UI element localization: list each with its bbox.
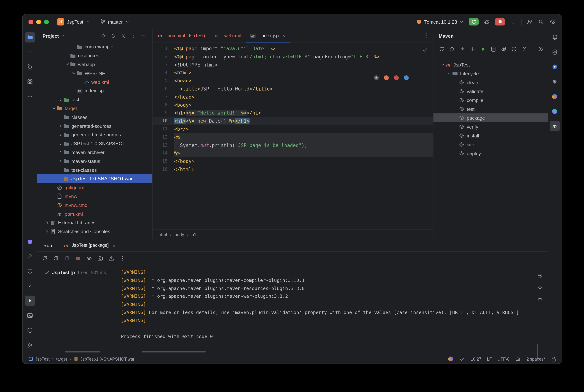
maven-tree-item-compile[interactable]: compile bbox=[433, 96, 548, 104]
run-console[interactable]: [WARNING] [WARNING] * org.apache.maven.p… bbox=[118, 264, 548, 355]
code-line-13[interactable]: 13 System.out.println("JSP page is be lo… bbox=[153, 141, 433, 150]
tree-chevron-icon[interactable] bbox=[58, 123, 63, 129]
run-toolbar-screenshot-icon[interactable] bbox=[97, 254, 104, 262]
tool-button-gradient-1[interactable] bbox=[549, 91, 560, 102]
minimize-window-button[interactable] bbox=[36, 20, 41, 24]
tool-button-commit[interactable] bbox=[25, 47, 35, 57]
more-actions-button[interactable] bbox=[510, 18, 516, 25]
status-indent[interactable]: 2 spaces* bbox=[526, 357, 545, 361]
maven-toolbar-skip-tests-icon[interactable] bbox=[510, 46, 517, 53]
tree-chevron-icon[interactable] bbox=[58, 96, 63, 102]
tool-button-more[interactable] bbox=[25, 91, 35, 102]
maven-toolbar-expand-right-icon[interactable] bbox=[537, 46, 544, 53]
code-line-1[interactable]: 1<%@ page import="java.util.Date" %> bbox=[153, 45, 433, 53]
run-tab-jsptest-package[interactable]: m JspTest [package] × bbox=[63, 242, 116, 248]
tool-button-todo[interactable] bbox=[25, 281, 35, 291]
tool-button-database[interactable] bbox=[549, 47, 560, 57]
maven-tree-item-clean[interactable]: clean bbox=[433, 78, 548, 87]
status-copilot-status-icon[interactable] bbox=[515, 356, 521, 362]
console-soft-wrap-icon[interactable] bbox=[536, 272, 543, 279]
code-line-15[interactable]: 15</body> bbox=[153, 158, 433, 166]
debug-button[interactable] bbox=[483, 18, 490, 25]
maven-tree-item-test[interactable]: test bbox=[433, 104, 548, 114]
tool-button-maven[interactable]: m bbox=[549, 121, 560, 131]
maven-toolbar-sync-icon[interactable] bbox=[438, 46, 445, 53]
code-line-3[interactable]: 3<!DOCTYPE html> bbox=[153, 61, 433, 69]
status-crumb-jsptest[interactable]: JspTest bbox=[29, 356, 50, 361]
maven-toolbar-eye-off-icon[interactable] bbox=[500, 46, 507, 53]
status-crumb-jsptest-1-0-snapshot-war[interactable]: JspTest-1.0-SNAPSHOT.war bbox=[74, 356, 134, 361]
project-header-locate-icon[interactable] bbox=[100, 32, 107, 39]
tool-button-structure[interactable] bbox=[25, 76, 35, 87]
tool-button-project[interactable] bbox=[25, 32, 35, 42]
project-tree-item-index-jsp[interactable]: JSPindex.jsp bbox=[37, 86, 152, 95]
ai-provider-icon-3[interactable] bbox=[394, 75, 399, 80]
console-scroll-to-end-icon[interactable] bbox=[536, 284, 543, 291]
status-caret-position[interactable]: 10:27 bbox=[471, 357, 481, 361]
maven-tree-item-lifecycle[interactable]: Lifecycle bbox=[433, 69, 548, 78]
ai-provider-icon-4[interactable] bbox=[404, 75, 409, 80]
maven-tree-item-verify[interactable]: verify bbox=[433, 122, 548, 131]
tool-button-ai-plugin[interactable]: ✳ bbox=[549, 76, 560, 87]
project-tree-item-external-libraries[interactable]: External Libraries bbox=[37, 218, 152, 227]
project-tree-item-mvnw-cmd[interactable]: mvnw.cmd bbox=[37, 201, 152, 210]
code-line-8[interactable]: 8<body> bbox=[153, 101, 433, 109]
maven-tree-item-package[interactable]: package bbox=[433, 114, 548, 122]
maven-tree-item-deploy[interactable]: deploy bbox=[433, 149, 548, 158]
run-toolbar-stop-icon[interactable] bbox=[74, 254, 81, 262]
editor-tab-web-xml[interactable]: </>web.xml bbox=[209, 29, 246, 42]
tool-button-services[interactable] bbox=[25, 266, 35, 276]
code-editor[interactable]: 1<%@ page import="java.util.Date" %>2<%@… bbox=[153, 42, 433, 230]
status-codegpt-status-icon[interactable] bbox=[459, 356, 465, 362]
project-tree-item-scratches-and-consoles[interactable]: Scratches and Consoles bbox=[37, 227, 152, 236]
run-result-item[interactable]: JspTest [p 1 sec, 581 ms bbox=[37, 264, 118, 276]
tree-chevron-icon[interactable] bbox=[51, 106, 57, 112]
tool-button-run[interactable] bbox=[25, 296, 35, 306]
project-tree-item-generated-test-sources[interactable]: generated-test-sources bbox=[37, 130, 152, 139]
settings-button[interactable] bbox=[549, 18, 556, 25]
project-tree-item-jsptest-1-0-snapshot[interactable]: JSPTest-1.0-SNAPSHOT bbox=[37, 139, 152, 148]
project-tree-item-web-inf[interactable]: WEB-INF bbox=[37, 69, 152, 78]
editor-tab-pom-xml-jsptest[interactable]: mpom.xml (JspTest) bbox=[153, 29, 209, 42]
ai-provider-icon-1[interactable]: ✳ bbox=[374, 75, 379, 80]
tool-button-ai-assistant[interactable] bbox=[549, 62, 560, 72]
tree-chevron-icon[interactable] bbox=[58, 150, 63, 155]
project-tree-item-test[interactable]: test bbox=[37, 95, 152, 104]
status-encoding[interactable]: UTF-8 bbox=[497, 357, 509, 361]
project-header-collapse-icon[interactable] bbox=[120, 32, 127, 39]
code-line-7[interactable]: 7</head> bbox=[153, 93, 433, 101]
maven-tree-item-install[interactable]: install bbox=[433, 131, 548, 140]
run-toolbar-more-icon[interactable] bbox=[119, 254, 126, 262]
vcs-branch-widget[interactable]: master bbox=[100, 19, 129, 25]
horizontal-scrollbar[interactable] bbox=[65, 351, 100, 352]
code-line-16[interactable]: 16</html> bbox=[153, 166, 433, 174]
project-header-more-v-icon[interactable] bbox=[130, 32, 136, 39]
tool-button-problems[interactable] bbox=[25, 325, 35, 336]
tree-chevron-icon[interactable] bbox=[58, 158, 63, 164]
tree-chevron-icon[interactable] bbox=[45, 220, 50, 226]
no-problems-check-icon[interactable] bbox=[422, 47, 428, 53]
maven-toolbar-reload-icon[interactable] bbox=[448, 46, 455, 53]
run-toolbar-rerun-failed-icon[interactable] bbox=[52, 254, 59, 262]
run-button[interactable] bbox=[469, 18, 479, 26]
maven-toolbar-doc-icon[interactable] bbox=[490, 46, 497, 53]
run-toolbar-import-icon[interactable] bbox=[108, 254, 115, 262]
code-line-12[interactable]: 12<% bbox=[153, 134, 433, 142]
maven-tree-item-site[interactable]: site bbox=[433, 140, 548, 149]
ai-provider-icons[interactable]: ✳ bbox=[374, 75, 409, 80]
code-line-2[interactable]: 2<%@ page contentType="text/html; charse… bbox=[153, 53, 433, 61]
project-widget[interactable]: JT JspTest bbox=[57, 18, 90, 26]
tool-button-build[interactable] bbox=[25, 251, 35, 262]
ai-provider-icon-2[interactable] bbox=[384, 75, 389, 80]
run-toolbar-rerun-icon[interactable] bbox=[41, 254, 48, 262]
code-line-14[interactable]: 14%> bbox=[153, 150, 433, 158]
console-clear-icon[interactable] bbox=[536, 296, 543, 303]
close-tab-icon[interactable]: × bbox=[282, 33, 285, 38]
tree-chevron-icon[interactable] bbox=[58, 132, 63, 138]
status-line-separator[interactable]: LF bbox=[487, 357, 492, 361]
breadcrumb-item-h1[interactable]: h1 bbox=[191, 232, 196, 237]
project-tree-item-mvnw[interactable]: mvnw bbox=[37, 192, 152, 201]
tree-chevron-icon[interactable] bbox=[440, 62, 445, 68]
tree-chevron-icon[interactable] bbox=[65, 62, 70, 68]
maven-tree-item-jsptest[interactable]: mJspTest bbox=[433, 60, 548, 69]
